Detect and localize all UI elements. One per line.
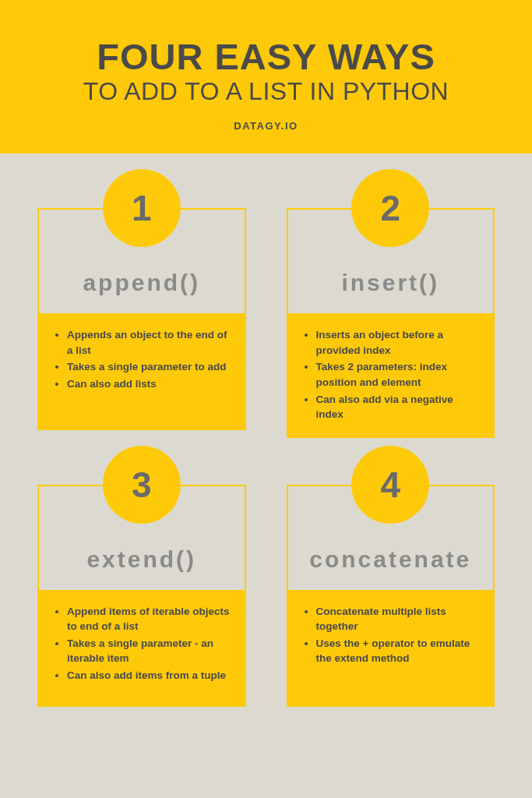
card-description: Concatenate multiple lists together Uses…: [287, 590, 495, 707]
bullet-point: Can also add via a negative index: [316, 392, 481, 422]
bullet-point: Takes a single parameter - an iterable i…: [67, 636, 232, 666]
method-name: insert(): [341, 270, 439, 296]
bullet-point: Can also add lists: [67, 376, 232, 392]
bullet-point: Can also add items from a tuple: [67, 668, 232, 683]
method-name: extend(): [86, 546, 196, 573]
website-label: DATAGY.IO: [31, 120, 501, 132]
bullet-point: Appends an object to the end of a list: [67, 327, 232, 358]
method-name: concatenate: [309, 546, 471, 573]
card-number-badge: 1: [103, 169, 181, 247]
cards-grid: 1 append() Appends an object to the end …: [0, 154, 532, 737]
card-insert: 2 insert() Inserts an object before a pr…: [287, 208, 495, 437]
title-sub: TO ADD TO A LIST IN PYTHON: [31, 77, 501, 106]
bullet-point: Takes 2 parameters: index position and e…: [316, 359, 481, 390]
bullet-point: Append items of iterable objects to end …: [67, 604, 232, 634]
method-name: append(): [83, 270, 200, 296]
card-number-badge: 3: [103, 446, 181, 524]
card-number-badge: 4: [351, 446, 429, 524]
bullet-point: Concatenate multiple lists together: [316, 604, 481, 634]
card-description: Inserts an object before a provided inde…: [287, 313, 495, 437]
header-banner: FOUR EASY WAYS TO ADD TO A LIST IN PYTHO…: [0, 0, 532, 154]
title-main: FOUR EASY WAYS: [31, 37, 501, 76]
bullet-point: Takes a single parameter to add: [67, 359, 232, 375]
card-number-badge: 2: [351, 169, 429, 247]
card-description: Appends an object to the end of a list T…: [37, 313, 246, 430]
card-extend: 3 extend() Append items of iterable obje…: [37, 485, 246, 707]
card-concatenate: 4 concatenate Concatenate multiple lists…: [287, 485, 495, 707]
bullet-point: Uses the + operator to emulate the exten…: [316, 636, 481, 666]
bullet-point: Inserts an object before a provided inde…: [316, 327, 481, 358]
card-append: 1 append() Appends an object to the end …: [37, 208, 246, 437]
card-description: Append items of iterable objects to end …: [37, 590, 246, 707]
